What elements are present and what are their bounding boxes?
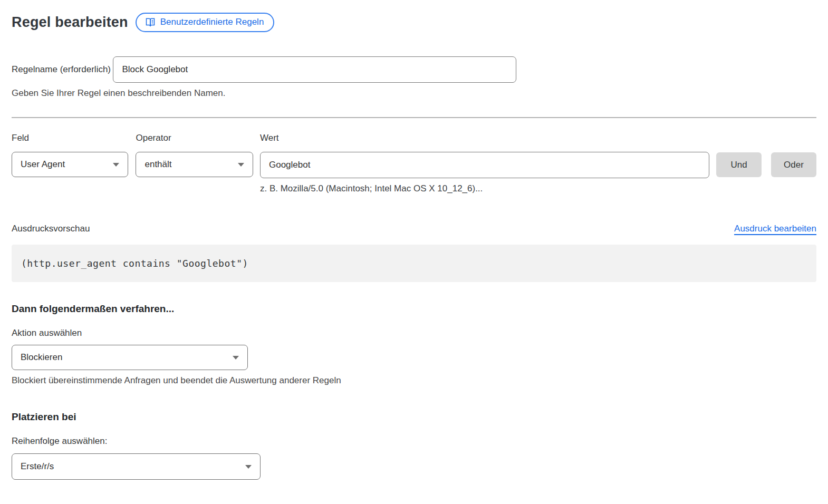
action-help: Blockiert übereinstimmende Anfragen und … (12, 375, 816, 386)
chevron-down-icon (245, 465, 252, 469)
and-button[interactable]: Und (716, 152, 762, 177)
edit-expression-link[interactable]: Ausdruck bearbeiten (734, 224, 816, 234)
condition-operator-group: Operator enthält (136, 133, 253, 177)
order-select[interactable]: Erste/r/s (12, 453, 261, 480)
edit-rule-page: Regel bearbeiten Benutzerdefinierte Rege… (0, 0, 828, 480)
condition-field-group: Feld User Agent (12, 133, 128, 177)
order-select-value: Erste/r/s (21, 461, 54, 472)
operator-select-value: enthält (145, 159, 171, 170)
field-label: Feld (12, 133, 128, 143)
action-label: Aktion auswählen (12, 328, 816, 338)
custom-rules-badge-label: Benutzerdefinierte Regeln (160, 17, 264, 27)
chevron-down-icon (113, 163, 119, 167)
expression-code: (http.user_agent contains "Googlebot") (21, 258, 248, 269)
field-select[interactable]: User Agent (12, 152, 128, 177)
field-select-value: User Agent (21, 159, 65, 170)
value-help: z. B. Mozilla/5.0 (Macintosh; Intel Mac … (260, 183, 709, 194)
action-section: Dann folgendermaßen verfahren... Aktion … (12, 303, 816, 386)
action-select[interactable]: Blockieren (12, 345, 248, 370)
rule-name-input[interactable] (113, 56, 516, 83)
action-select-value: Blockieren (21, 352, 62, 363)
chevron-down-icon (238, 163, 244, 167)
expression-preview-label: Ausdrucksvorschau (12, 224, 90, 234)
custom-rules-badge-button[interactable]: Benutzerdefinierte Regeln (136, 13, 275, 32)
expression-preview-box: (http.user_agent contains "Googlebot") (12, 245, 816, 282)
value-input[interactable] (260, 152, 709, 178)
condition-value-group: Wert z. B. Mozilla/5.0 (Macintosh; Intel… (260, 133, 709, 194)
expression-header-row: Ausdrucksvorschau Ausdruck bearbeiten (12, 224, 816, 234)
section-divider (12, 117, 816, 118)
operator-label: Operator (136, 133, 253, 143)
condition-row: Feld User Agent Operator enthält Wert z.… (12, 133, 816, 194)
action-heading: Dann folgendermaßen verfahren... (12, 303, 816, 315)
rule-name-label: Regelname (erforderlich) (12, 64, 111, 74)
operator-select[interactable]: enthält (136, 152, 253, 177)
page-title: Regel bearbeiten (12, 14, 128, 31)
order-label: Reihenfolge auswählen: (12, 436, 816, 447)
open-book-icon (145, 17, 156, 27)
value-label: Wert (260, 133, 709, 143)
page-header: Regel bearbeiten Benutzerdefinierte Rege… (12, 13, 816, 32)
chevron-down-icon (233, 356, 239, 360)
placement-heading: Platzieren bei (12, 411, 816, 423)
condition-logic-buttons: Und Oder (716, 152, 816, 177)
rule-name-help: Geben Sie Ihrer Regel einen beschreibend… (12, 88, 816, 99)
or-button[interactable]: Oder (771, 152, 816, 177)
rule-name-section: Regelname (erforderlich) Geben Sie Ihrer… (12, 51, 816, 99)
placement-section: Platzieren bei Reihenfolge auswählen: Er… (12, 411, 816, 480)
